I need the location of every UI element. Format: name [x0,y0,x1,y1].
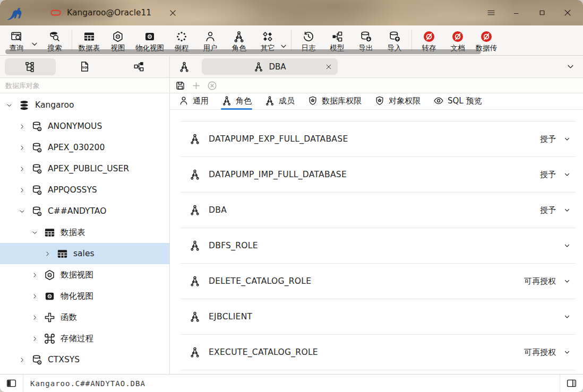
close-icon[interactable] [563,8,572,18]
tree-item-functions[interactable]: 函数 [0,307,169,328]
close-icon[interactable] [325,63,332,71]
tree-item-ctxsys[interactable]: CTXSYS [0,349,169,370]
chevron-right-icon[interactable] [31,335,39,343]
chevron-right-icon[interactable] [31,271,39,279]
tree-item-appqossys[interactable]: APPQOSSYS [0,179,169,201]
tree-item-c##andytao[interactable]: C##ANDYTAO [0,201,169,222]
tab-sql-preview[interactable]: SQL 预览 [433,93,482,108]
tab-object-privileges[interactable]: 对象权限 [374,93,421,108]
chevron-right-icon[interactable] [18,186,26,194]
role-row-dbfs-role[interactable]: DBFS_ROLE [181,228,576,264]
maximize-icon[interactable] [537,8,547,18]
editor-actions [170,78,583,93]
toolbar-separator [411,30,412,51]
chevron-down-icon[interactable] [563,312,571,321]
toolbar-scrollbar[interactable] [5,49,481,54]
sidebar-tab-bar [0,56,170,77]
chevron-right-icon[interactable] [18,123,26,130]
breadcrumb: Kangaroo.C##ANDYTAO.DBA [23,379,560,388]
connection-tab[interactable]: Kangaroo@Oracle11 [50,7,177,19]
role-compass-icon [189,311,201,323]
chevron-down-icon[interactable] [563,277,571,285]
chevron-down-icon[interactable] [5,101,13,109]
tab-roles[interactable]: 角色 [221,93,252,108]
chevron-down-icon[interactable] [563,170,571,179]
document-tab-dba[interactable]: DBA [202,58,338,75]
tree-item-apex-030200[interactable]: APEX_030200 [0,137,169,158]
chevron-down-icon[interactable] [563,206,571,214]
chevron-right-icon[interactable] [18,356,26,364]
tree-item-sales[interactable]: sales [0,243,169,264]
role-compass-icon [233,30,245,43]
chevron-down-icon[interactable] [563,135,571,143]
sidebar-tab-diagram[interactable] [114,58,165,75]
disabled-red-icon [451,30,464,43]
chevron-right-icon[interactable] [18,165,26,173]
role-compass-icon [189,240,201,251]
chevron-down-icon[interactable] [563,241,571,250]
sql-file-icon [79,60,91,73]
chevron-right-icon[interactable] [31,292,39,300]
filter-action-row [0,78,583,93]
history-clock-icon [302,30,315,43]
tree-item-tables[interactable]: 数据表 [0,222,169,243]
sidebar-tab-objects[interactable] [5,58,56,75]
role-list: DATAPUMP_EXP_FULL_DATABASE 授予 DATAPUMP_I… [170,110,583,374]
chevron-right-icon[interactable] [18,144,26,152]
title-bar: Kangaroo@Oracle11 [0,0,583,25]
role-row-ejbclient[interactable]: EJBCLIENT [181,299,576,335]
user-icon [204,30,217,43]
role-compass-icon [189,169,201,180]
tree-item-apex-public-user[interactable]: APEX_PUBLIC_USER [0,158,169,179]
document-tab-label: DBA [269,62,286,72]
tab-general[interactable]: 通用 [178,93,209,108]
role-compass-icon [178,61,190,73]
chevron-right-icon[interactable] [44,250,52,258]
toggle-right-panel-icon[interactable] [566,378,577,389]
oracle-icon [50,7,62,19]
chevron-down-icon[interactable] [30,39,39,49]
editor-tab-strip: 通用 角色 成员 数据库权限 对象权限 [170,93,583,110]
clipped-row-divider [181,110,576,121]
eye-icon [433,95,444,106]
hamburger-menu-icon[interactable] [486,8,496,18]
chevron-down-icon[interactable] [563,348,571,356]
sidebar-tab-sql[interactable] [59,58,110,75]
role-compass-icon [253,62,264,72]
object-filter-input[interactable] [0,78,169,93]
content-area: Kangaroo ANONYMOUS APEX_030200 APEX_PUBL… [0,93,583,374]
schema-icon [31,205,43,217]
tab-database-privileges[interactable]: 数据库权限 [307,93,362,108]
chevron-down-icon[interactable] [565,62,576,72]
tree-item-materialized-views[interactable]: 物化视图 [0,285,169,307]
disabled-red-icon [480,30,493,43]
chevron-down-icon[interactable] [31,229,39,237]
plus-icon[interactable] [191,80,202,91]
materialized-view-icon [44,290,56,302]
role-row-datapump-exp-full-database[interactable]: DATAPUMP_EXP_FULL_DATABASE 授予 [181,121,576,157]
role-row-delete-catalog-role[interactable]: DELETE_CATALOG_ROLE 可再授权 [181,264,576,299]
secondary-bar: DBA [0,56,583,78]
role-row-datapump-imp-full-database[interactable]: DATAPUMP_IMP_FULL_DATABASE 授予 [181,157,576,193]
tree-item-stored-procedures[interactable]: 存储过程 [0,328,169,349]
materialized-view-icon [143,30,156,43]
grant-badge: 可再授权 [524,276,556,286]
table-grid-icon [44,227,56,239]
chevron-right-icon[interactable] [31,313,39,321]
toggle-left-panel-icon[interactable] [6,378,17,389]
tree-item-data-views[interactable]: 数据视图 [0,264,169,285]
close-icon[interactable] [168,8,177,18]
save-icon[interactable] [175,80,186,91]
schema-icon [31,184,43,196]
minimize-icon[interactable] [512,8,521,18]
chevron-down-icon[interactable] [18,207,26,215]
role-row-execute-catalog-role[interactable]: EXECUTE_CATALOG_ROLE 可再授权 [181,335,576,370]
tree-item-anonymous[interactable]: ANONYMOUS [0,116,169,137]
others-diamonds-icon [261,30,274,43]
tab-members[interactable]: 成员 [264,93,295,108]
tree-item-kangaroo[interactable]: Kangaroo [0,94,169,116]
view-hexagon-eye-icon [44,269,56,281]
cancel-circle-icon[interactable] [207,80,218,91]
role-row-dba[interactable]: DBA 授予 [181,193,576,228]
database-stack-icon [18,99,30,111]
